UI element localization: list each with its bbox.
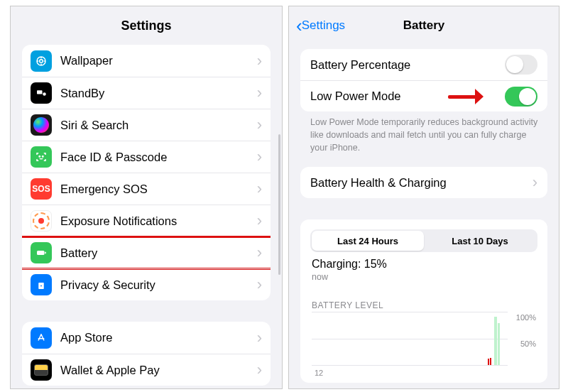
row-battery-health[interactable]: Battery Health & Charging › xyxy=(300,167,547,198)
chevron-right-icon: › xyxy=(257,181,262,197)
row-standby[interactable]: StandBy › xyxy=(22,77,271,109)
segment-last-24h[interactable]: Last 24 Hours xyxy=(312,231,424,251)
chart-bar xyxy=(488,359,489,365)
row-low-power-mode[interactable]: Low Power Mode xyxy=(300,80,547,111)
settings-list-pane: Settings Wallpaper › StandBy › Siri & Se… xyxy=(10,6,283,389)
siri-icon xyxy=(31,114,52,136)
exposure-icon xyxy=(31,210,52,232)
chevron-right-icon: › xyxy=(257,149,262,165)
privacy-icon xyxy=(31,274,52,295)
row-label: Exposure Notifications xyxy=(60,214,257,228)
toggle-group: Battery Percentage Low Power Mode xyxy=(300,49,547,111)
row-faceid[interactable]: Face ID & Passcode › xyxy=(22,141,271,173)
row-label: Privacy & Security xyxy=(60,278,257,292)
header: Settings xyxy=(11,6,282,45)
chevron-right-icon: › xyxy=(257,117,262,133)
charging-sub: now xyxy=(312,272,536,282)
row-appstore[interactable]: App Store › xyxy=(22,322,271,354)
row-label: Emergency SOS xyxy=(60,183,257,196)
row-siri[interactable]: Siri & Search › xyxy=(22,109,271,141)
scrollbar[interactable] xyxy=(278,134,280,275)
svg-rect-6 xyxy=(37,251,45,255)
svg-point-1 xyxy=(40,59,43,62)
chevron-right-icon: › xyxy=(257,85,262,101)
chevron-right-icon: › xyxy=(257,330,262,346)
standby-icon xyxy=(31,82,52,104)
charging-value: Charging: 15% xyxy=(312,258,387,270)
chart-legend: BATTERY LEVEL xyxy=(312,300,536,310)
svg-point-3 xyxy=(43,92,46,96)
chart-bar xyxy=(498,323,500,365)
row-battery-percentage[interactable]: Battery Percentage xyxy=(300,49,547,80)
chevron-right-icon: › xyxy=(257,53,262,69)
health-group: Battery Health & Charging › xyxy=(300,167,547,198)
y-tick-50: 50% xyxy=(510,339,536,348)
svg-point-4 xyxy=(39,156,40,158)
svg-rect-2 xyxy=(37,90,43,94)
usage-group: Last 24 Hours Last 10 Days Charging: 15%… xyxy=(300,219,547,383)
svg-point-5 xyxy=(43,156,44,158)
header: ‹ Settings Battery xyxy=(289,6,559,45)
battery-percentage-switch[interactable] xyxy=(505,55,537,75)
row-sos[interactable]: SOS Emergency SOS › xyxy=(22,173,271,205)
y-tick-100: 100% xyxy=(510,313,536,322)
row-exposure[interactable]: Exposure Notifications › xyxy=(22,205,271,236)
page-title: Settings xyxy=(121,18,171,33)
chart-plot xyxy=(312,312,508,366)
row-label: Battery Health & Charging xyxy=(310,176,532,190)
row-wallpaper[interactable]: Wallpaper › xyxy=(22,45,271,77)
chart-bar xyxy=(494,317,497,365)
charging-status: Charging: 15% now xyxy=(312,258,536,282)
chevron-right-icon: › xyxy=(532,173,537,192)
wallpaper-icon xyxy=(31,50,52,72)
chevron-right-icon: › xyxy=(257,362,262,378)
battery-level-chart: 100% 50% 12 xyxy=(312,312,536,376)
battery-icon xyxy=(31,242,52,263)
row-label: Face ID & Passcode xyxy=(60,151,257,164)
settings-group-1: Wallpaper › StandBy › Siri & Search › Fa… xyxy=(22,45,271,300)
page-title: Battery xyxy=(403,18,445,33)
row-label: Wallet & Apple Pay xyxy=(60,364,257,377)
row-wallet[interactable]: Wallet & Apple Pay › xyxy=(22,354,271,386)
time-range-segmented[interactable]: Last 24 Hours Last 10 Days xyxy=(310,229,537,252)
appstore-icon xyxy=(31,327,52,349)
row-label: Battery Percentage xyxy=(310,58,505,72)
chart-bar xyxy=(490,358,491,366)
row-label: Siri & Search xyxy=(60,119,257,132)
svg-rect-7 xyxy=(45,252,46,254)
chevron-right-icon: › xyxy=(257,277,262,293)
sos-icon: SOS xyxy=(31,178,52,200)
settings-group-2: App Store › Wallet & Apple Pay › xyxy=(22,322,271,386)
wallet-icon xyxy=(31,359,52,381)
low-power-mode-footer: Low Power Mode temporarily reduces backg… xyxy=(310,116,539,154)
row-battery[interactable]: Battery › xyxy=(22,236,271,268)
chevron-right-icon: › xyxy=(257,213,262,229)
back-button[interactable]: ‹ Settings xyxy=(296,15,345,37)
row-label: Wallpaper xyxy=(60,54,257,67)
x-tick-12: 12 xyxy=(315,369,323,377)
svg-point-9 xyxy=(40,285,42,287)
faceid-icon xyxy=(31,146,52,168)
row-label: StandBy xyxy=(60,87,257,100)
segment-last-10d[interactable]: Last 10 Days xyxy=(424,231,536,251)
row-label: Battery xyxy=(60,246,257,260)
back-label: Settings xyxy=(302,18,345,33)
battery-detail-pane: ‹ Settings Battery Battery Percentage Lo… xyxy=(288,6,559,389)
low-power-mode-switch[interactable] xyxy=(505,87,537,107)
chevron-right-icon: › xyxy=(257,245,262,261)
row-label: App Store xyxy=(60,331,257,344)
row-privacy[interactable]: Privacy & Security › xyxy=(22,268,271,300)
